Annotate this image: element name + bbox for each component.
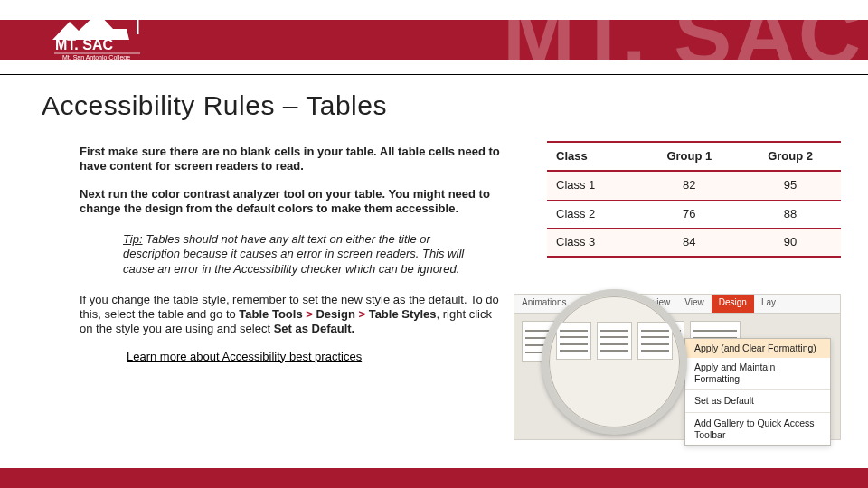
th-group1: Group 1 xyxy=(638,142,740,171)
content-column: First make sure there are no blank cells… xyxy=(80,145,505,364)
table-row: Class 2 76 88 xyxy=(547,200,841,228)
magnifier-icon xyxy=(542,289,687,435)
sample-table: Class Group 1 Group 2 Class 1 82 95 Clas… xyxy=(547,141,841,258)
menu-item: Apply (and Clear Formatting) xyxy=(685,339,830,358)
header: MT. SAC MT. SAC Mt. San Antonio College xyxy=(0,0,868,74)
page-title: Accessibility Rules – Tables xyxy=(42,89,387,123)
paragraph-3: If you change the table style, remember … xyxy=(80,293,505,337)
menu-separator xyxy=(685,389,830,390)
logo-main-text: MT. SAC xyxy=(55,37,113,52)
table-style-thumb xyxy=(556,322,591,360)
header-rule xyxy=(0,74,868,75)
logo-sub-text: Mt. San Antonio College xyxy=(62,54,130,61)
ppt-context-menu: Apply (and Clear Formatting) Apply and M… xyxy=(684,338,831,446)
menu-item-set-default: Set as Default xyxy=(685,391,830,410)
svg-point-1 xyxy=(134,15,141,19)
table-row: Class 1 82 95 xyxy=(547,171,841,200)
svg-rect-0 xyxy=(137,18,139,34)
menu-separator xyxy=(685,412,830,413)
table-row: Class 3 84 90 xyxy=(547,228,841,257)
paragraph-1: First make sure there are no blank cells… xyxy=(80,145,505,174)
powerpoint-ribbon-screenshot: Animations Slide Show Review View Design… xyxy=(514,294,841,440)
college-logo: MT. SAC Mt. San Antonio College xyxy=(50,4,154,62)
learn-more-link[interactable]: Learn more about Accessibility best prac… xyxy=(127,350,505,364)
ppt-tab-design: Design xyxy=(712,295,754,313)
paragraph-2: Next run the color contrast analyzer too… xyxy=(80,187,505,217)
ppt-tab: Lay xyxy=(754,295,783,313)
th-group2: Group 2 xyxy=(740,142,841,171)
tip-lead: Tip: xyxy=(123,232,143,246)
tip-paragraph: Tip: Tables should not have any alt text… xyxy=(123,232,467,277)
menu-item: Add Gallery to Quick Access Toolbar xyxy=(685,414,830,445)
ppt-tab: View xyxy=(677,295,712,313)
table-style-thumb xyxy=(637,322,673,360)
menu-item: Apply and Maintain Formatting xyxy=(685,358,830,389)
footer-bar xyxy=(0,468,868,488)
watermark-text: MT. SAC xyxy=(503,0,863,89)
tip-body: Tables should not have any alt text on e… xyxy=(123,232,464,276)
table-style-thumb xyxy=(597,322,632,360)
th-class: Class xyxy=(547,142,638,171)
table-header-row: Class Group 1 Group 2 xyxy=(547,142,841,171)
